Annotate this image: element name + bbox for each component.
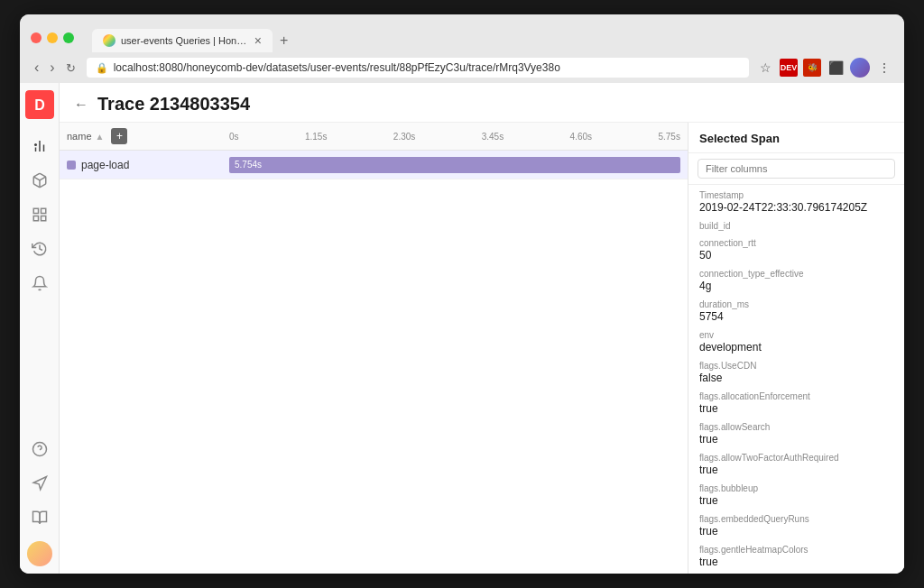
prop-key: connection_type_effective xyxy=(699,269,893,279)
sidebar-item-help[interactable] xyxy=(23,433,56,465)
sidebar: D xyxy=(20,83,60,574)
minimize-window-button[interactable] xyxy=(47,32,58,43)
filter-input-wrap xyxy=(688,153,904,185)
filter-columns-input[interactable] xyxy=(698,159,895,179)
sidebar-item-history[interactable] xyxy=(23,233,56,265)
prop-value: development xyxy=(699,341,893,354)
prop-key: flags.UseCDN xyxy=(699,361,893,371)
refresh-button[interactable]: ↻ xyxy=(62,58,79,78)
ruler-mark-5: 5.75s xyxy=(658,132,679,142)
lock-icon: 🔒 xyxy=(96,62,108,74)
prop-item: flags.allocationEnforcementtrue xyxy=(699,391,893,415)
add-column-button[interactable]: + xyxy=(111,128,127,144)
extension-icon-3[interactable]: ⬛ xyxy=(827,59,845,77)
url-bar[interactable]: 🔒 localhost:8080/honeycomb-dev/datasets/… xyxy=(87,58,749,78)
trace-header: ← Trace 2134803354 xyxy=(60,83,904,123)
ruler-mark-0: 0s xyxy=(229,132,239,142)
prop-key: duration_ms xyxy=(699,299,893,309)
prop-key: flags.allowSearch xyxy=(699,422,893,432)
back-button[interactable]: ← xyxy=(74,96,88,113)
sidebar-bottom xyxy=(23,433,56,566)
span-bar-area: 5.754s xyxy=(222,151,688,179)
prop-key: env xyxy=(699,330,893,340)
span-name-cell: page-load xyxy=(60,159,222,171)
span-bar[interactable]: 5.754s xyxy=(229,157,680,173)
span-duration-label: 5.754s xyxy=(235,160,262,170)
tab-close-button[interactable]: × xyxy=(254,34,262,47)
prop-key: connection_rtt xyxy=(699,238,893,248)
tab-bar: user-events Queries | Honeycomb × + xyxy=(81,29,306,52)
prop-value: true xyxy=(699,525,893,537)
timeline-header: name ▲ + 0s 1.15s 2.30s 3.45s 4.60s xyxy=(60,123,688,151)
app-logo[interactable]: D xyxy=(25,90,54,119)
prop-item: flags.gentleHeatmapColorstrue xyxy=(699,545,893,568)
trace-title: Trace 2134803354 xyxy=(97,94,250,115)
prop-item: connection_rtt50 xyxy=(699,238,893,262)
trace-body: name ▲ + 0s 1.15s 2.30s 3.45s 4.60s xyxy=(60,123,904,574)
sidebar-item-datasets[interactable] xyxy=(23,164,56,197)
span-properties: Timestamp2019-02-24T22:33:30.796174205Zb… xyxy=(688,185,904,574)
prop-value: true xyxy=(699,464,893,476)
menu-icon[interactable]: ⋮ xyxy=(875,59,893,77)
forward-button[interactable]: › xyxy=(46,58,58,78)
table-row[interactable]: page-load 5.754s xyxy=(60,151,688,179)
prop-value: 50 xyxy=(699,249,893,262)
timeline-area: name ▲ + 0s 1.15s 2.30s 3.45s 4.60s xyxy=(60,123,688,574)
prop-key: flags.allowTwoFactorAuthRequired xyxy=(699,453,893,463)
span-dot xyxy=(67,161,76,170)
sidebar-item-board[interactable] xyxy=(23,198,56,231)
prop-item: envdevelopment xyxy=(699,330,893,354)
ruler-mark-3: 3.45s xyxy=(482,132,504,142)
span-rows: page-load 5.754s xyxy=(60,151,688,574)
prop-key: flags.allocationEnforcement xyxy=(699,391,893,401)
prop-value: true xyxy=(699,433,893,446)
name-column-header: name ▲ + xyxy=(60,126,222,146)
active-tab[interactable]: user-events Queries | Honeycomb × xyxy=(92,29,273,52)
prop-value: true xyxy=(699,494,893,507)
prop-item: duration_ms5754 xyxy=(699,299,893,323)
back-button[interactable]: ‹ xyxy=(31,58,42,78)
maximize-window-button[interactable] xyxy=(63,32,74,43)
sidebar-item-megaphone[interactable] xyxy=(23,467,56,500)
toolbar-right: ☆ DEV 🐝 ⬛ ⋮ xyxy=(756,58,893,78)
prop-value: false xyxy=(699,372,893,384)
sort-icon[interactable]: ▲ xyxy=(96,132,105,142)
prop-value: 5754 xyxy=(699,310,893,323)
prop-key: flags.gentleHeatmapColors xyxy=(699,545,893,555)
prop-key: build_id xyxy=(699,221,893,231)
user-avatar-toolbar[interactable] xyxy=(850,58,870,78)
prop-item: flags.allowSearchtrue xyxy=(699,422,893,446)
bookmark-icon[interactable]: ☆ xyxy=(756,59,774,77)
close-window-button[interactable] xyxy=(31,32,42,43)
prop-key: flags.bubbleup xyxy=(699,483,893,493)
sidebar-item-alerts[interactable] xyxy=(23,267,56,299)
selected-span-panel: Selected Span Timestamp2019-02-24T22:33:… xyxy=(688,123,904,574)
prop-item: flags.UseCDNfalse xyxy=(699,361,893,384)
ruler-marks: 0s 1.15s 2.30s 3.45s 4.60s 5.75s xyxy=(229,132,680,142)
extension-icon-1[interactable]: DEV xyxy=(780,59,798,77)
sidebar-user-avatar[interactable] xyxy=(27,541,52,566)
svg-text:D: D xyxy=(34,97,45,113)
url-text: localhost:8080/honeycomb-dev/datasets/us… xyxy=(114,61,740,74)
svg-rect-7 xyxy=(33,216,38,221)
nav-buttons: ‹ › ↻ xyxy=(31,58,79,78)
svg-point-2 xyxy=(34,143,37,146)
timeline-ruler: 0s 1.15s 2.30s 3.45s 4.60s 5.75s xyxy=(222,130,688,143)
main-content: D xyxy=(20,83,904,574)
sidebar-item-docs[interactable] xyxy=(23,501,56,534)
name-col-label: name xyxy=(67,131,92,142)
app-area: ← Trace 2134803354 name ▲ + xyxy=(60,83,904,574)
svg-rect-4 xyxy=(33,208,38,213)
prop-item: connection_type_effective4g xyxy=(699,269,893,292)
new-tab-button[interactable]: + xyxy=(273,29,295,52)
prop-item: flags.allowTwoFactorAuthRequiredtrue xyxy=(699,453,893,476)
svg-rect-5 xyxy=(41,208,45,213)
extension-icon-2[interactable]: 🐝 xyxy=(803,59,821,77)
ruler-mark-1: 1.15s xyxy=(305,132,327,142)
address-bar: ‹ › ↻ 🔒 localhost:8080/honeycomb-dev/dat… xyxy=(20,52,904,83)
traffic-lights xyxy=(31,32,74,43)
browser-window: user-events Queries | Honeycomb × + ‹ › … xyxy=(20,14,904,574)
span-name: page-load xyxy=(81,159,129,171)
sidebar-item-analytics[interactable] xyxy=(23,130,56,162)
panel-header: Selected Span xyxy=(688,123,904,153)
